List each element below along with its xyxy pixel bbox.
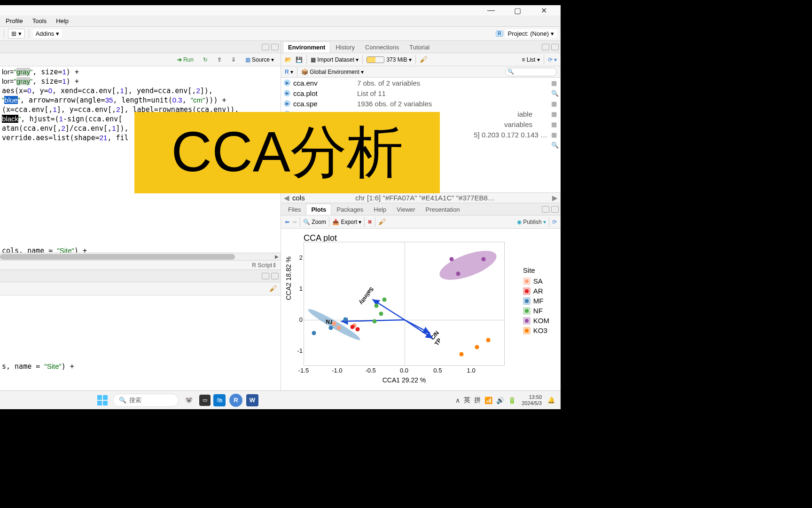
minimize-button[interactable]: —: [484, 5, 499, 16]
script-type-label[interactable]: R Script: [252, 262, 272, 269]
tray-expand-icon[interactable]: ∧: [455, 397, 460, 404]
tab-environment[interactable]: Environment: [283, 41, 330, 53]
search-icon: 🔍: [551, 142, 561, 149]
tab-help[interactable]: Help: [368, 204, 391, 215]
addins-button[interactable]: Addins ▾: [33, 29, 62, 38]
re-run-button[interactable]: ↻: [200, 56, 211, 64]
svg-rect-6: [97, 401, 102, 405]
overlay-banner: CCA分析: [134, 112, 440, 193]
console-pane: 🖌 s, name = "Site") +: [0, 270, 281, 391]
minimize-pane-icon[interactable]: [542, 206, 549, 213]
import-dataset-button[interactable]: ▦ Import Dataset ▾: [311, 56, 359, 63]
grid-icon: ▦: [551, 121, 561, 128]
down-button[interactable]: ⇩: [228, 56, 239, 64]
maximize-pane-icon[interactable]: [551, 44, 559, 50]
tab-connections[interactable]: Connections: [360, 41, 404, 53]
menu-tools[interactable]: Tools: [29, 16, 50, 25]
taskbar-search[interactable]: 🔍 搜索: [113, 394, 179, 407]
clear-console-icon[interactable]: 🖌: [269, 285, 277, 293]
minimize-pane-icon[interactable]: [542, 44, 549, 50]
clear-plots-icon[interactable]: 🖌: [378, 218, 386, 226]
svg-rect-5: [103, 395, 108, 400]
chart-legend: Site SAARMFNFKOMKO3: [523, 266, 549, 336]
view-mode-button[interactable]: ≡ List ▾: [522, 56, 539, 63]
clear-env-icon[interactable]: 🖌: [420, 56, 427, 64]
project-menu[interactable]: Project: (None) ▾: [505, 29, 557, 38]
svg-line-2: [405, 320, 430, 333]
refresh-icon[interactable]: ⟳ ▾: [548, 56, 557, 63]
tab-viewer[interactable]: Viewer: [391, 204, 421, 215]
env-search-input[interactable]: 🔍: [505, 68, 557, 76]
source-button[interactable]: ▦ Source ▾: [242, 56, 277, 64]
minimize-pane-icon[interactable]: [262, 273, 269, 279]
svg-line-0: [373, 299, 405, 320]
maximize-pane-icon[interactable]: [271, 44, 279, 50]
taskbar-app-store[interactable]: 🛍: [213, 394, 226, 406]
grid-icon: ▦: [551, 100, 561, 107]
maximize-button[interactable]: ▢: [510, 5, 525, 16]
pane-container: ➔Run ↻ ⇧ ⇩ ▦ Source ▾ lor="gray", size=1…: [0, 41, 561, 391]
remove-plot-icon[interactable]: ✖: [367, 219, 372, 225]
tab-packages[interactable]: Packages: [331, 204, 368, 215]
tab-presentation[interactable]: Presentation: [421, 204, 465, 215]
tab-files[interactable]: Files: [283, 204, 306, 215]
svg-rect-4: [97, 395, 102, 400]
export-button[interactable]: 📤 Export ▾: [332, 219, 361, 225]
taskbar-app-explorer[interactable]: ▭: [199, 395, 211, 406]
wifi-icon[interactable]: 📶: [484, 397, 492, 404]
menu-profile[interactable]: Profile: [2, 16, 27, 25]
svg-line-3: [405, 320, 433, 339]
battery-icon[interactable]: 🔋: [508, 397, 516, 404]
main-toolbar: ⊞ ▾ Addins ▾ R Project: (None) ▾: [0, 27, 561, 41]
plot-tabs: Files Plots Packages Help Viewer Present…: [281, 203, 561, 215]
plot-pane: Files Plots Packages Help Viewer Present…: [281, 203, 561, 391]
minimize-pane-icon[interactable]: [262, 44, 269, 50]
rstudio-window: — ▢ ✕ Profile Tools Help ⊞ ▾ Addins ▾ R …: [0, 5, 561, 391]
save-workspace-icon[interactable]: 💾: [296, 56, 303, 63]
env-row[interactable]: ▶cca.plotList of 11🔍: [281, 88, 561, 98]
r-scope-button[interactable]: R ▾: [285, 69, 293, 75]
load-workspace-icon[interactable]: 📂: [285, 56, 292, 63]
tab-history[interactable]: History: [330, 41, 359, 53]
taskbar-app-word[interactable]: W: [246, 394, 258, 406]
start-button[interactable]: [95, 393, 110, 408]
env-footer-val: chr [1:6] "#FFA07A" "#E41A1C" "#377EB8…: [355, 194, 552, 202]
horizontal-scrollbar[interactable]: ▶: [0, 253, 281, 260]
env-row[interactable]: ▶cca.spe1936 obs. of 2 variables▦: [281, 98, 561, 109]
grid-icon: ▦: [551, 79, 561, 87]
taskbar-app-rstudio[interactable]: R: [228, 393, 243, 408]
plot-canvas: CCA plot CCA2 18.82 % -1012 SalinityTNC/…: [281, 229, 561, 391]
windows-taskbar: 🔍 搜索 🐨 ▭ 🛍 R W ∧ 英 拼 📶 🔊 🔋 13:50 2024/5/…: [0, 390, 561, 409]
notifications-icon[interactable]: 🔔: [547, 397, 555, 404]
search-icon: 🔍: [551, 90, 561, 97]
close-button[interactable]: ✕: [536, 5, 551, 16]
prev-plot-icon[interactable]: ⬅: [285, 219, 289, 225]
titlebar: — ▢ ✕: [0, 5, 561, 16]
publish-button[interactable]: ◉ Publish ▾: [517, 219, 546, 225]
zoom-button[interactable]: 🔍 Zoom: [303, 219, 326, 225]
menu-help[interactable]: Help: [52, 16, 72, 25]
up-button[interactable]: ⇧: [214, 56, 225, 64]
refresh-plot-icon[interactable]: ⟳: [552, 219, 557, 225]
ime-language[interactable]: 英: [464, 396, 470, 405]
grid-view-button[interactable]: ⊞ ▾: [8, 29, 25, 39]
console-output[interactable]: s, name = "Site") +: [0, 295, 281, 391]
ime-mode[interactable]: 拼: [474, 396, 481, 405]
env-tabs: Environment History Connections Tutorial: [281, 41, 561, 53]
system-clock[interactable]: 13:50 2024/5/3: [522, 394, 542, 406]
env-row[interactable]: ▶cca.env7 obs. of 2 variables▦: [281, 78, 561, 88]
memory-usage[interactable]: 373 MiB ▾: [367, 56, 412, 63]
x-axis-label: CCA1 29.22 %: [304, 376, 505, 384]
grid-icon: ▦: [551, 111, 561, 118]
maximize-pane-icon[interactable]: [551, 206, 559, 213]
run-button[interactable]: ➔Run: [174, 56, 196, 64]
tab-plots[interactable]: Plots: [306, 204, 331, 215]
next-plot-icon[interactable]: ➡: [292, 219, 297, 225]
volume-icon[interactable]: 🔊: [496, 397, 504, 404]
maximize-pane-icon[interactable]: [271, 273, 279, 279]
taskbar-app-koala[interactable]: 🐨: [181, 393, 196, 408]
tab-tutorial[interactable]: Tutorial: [404, 41, 435, 53]
global-env-button[interactable]: 📦 Global Environment ▾: [301, 69, 364, 75]
env-footer-name: cols: [289, 194, 355, 202]
svg-rect-7: [103, 401, 108, 405]
